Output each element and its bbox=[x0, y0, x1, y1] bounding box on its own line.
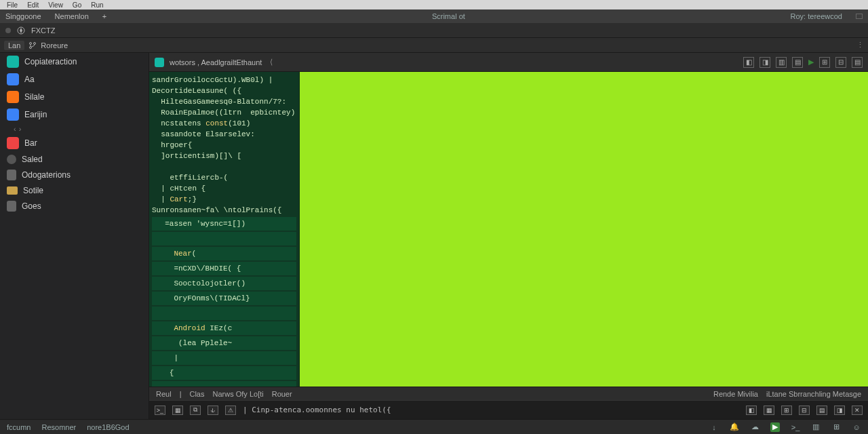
os-menu-file[interactable]: File bbox=[7, 1, 18, 9]
ports-icon[interactable]: ⫝ bbox=[208, 406, 218, 415]
cloud-icon[interactable]: ☁ bbox=[750, 422, 760, 432]
sidebar-item-label: Earijin bbox=[24, 110, 47, 119]
app-title-center: Scrimal ot bbox=[120, 12, 776, 20]
svg-point-3 bbox=[30, 46, 32, 48]
status-item[interactable]: Rouer bbox=[272, 390, 292, 398]
panel-icon[interactable]: ⊟ bbox=[799, 406, 810, 415]
sidebar-item[interactable]: Sotile bbox=[0, 183, 149, 198]
footer-item[interactable]: fccumn bbox=[7, 423, 31, 431]
database-icon bbox=[7, 201, 16, 212]
status-item: iLtane Sbrranchling Metasge bbox=[766, 390, 861, 398]
chevron-right-icon: › bbox=[19, 125, 22, 133]
sidebar-item-label: Copiateraction bbox=[24, 57, 77, 66]
chevron-left-icon: ‹ bbox=[14, 125, 16, 133]
editor-split: sandrGrooiloccGctU).WB0l) |DecortideLeas… bbox=[149, 72, 868, 387]
problems-icon[interactable]: ⚠ bbox=[225, 406, 236, 415]
panel-icon[interactable]: ◨ bbox=[834, 406, 845, 415]
debug-icon[interactable]: ⧉ bbox=[190, 406, 201, 415]
module-icon bbox=[7, 73, 19, 85]
os-menu-edit[interactable]: Edit bbox=[27, 1, 39, 9]
project-name: FXCTZ bbox=[31, 26, 55, 35]
os-menu-go[interactable]: Go bbox=[73, 1, 81, 9]
person-icon[interactable]: ☺ bbox=[852, 422, 861, 432]
dot-icon bbox=[7, 155, 16, 164]
panel-icon[interactable]: ▦ bbox=[764, 406, 774, 415]
module-icon bbox=[7, 108, 19, 121]
database-icon bbox=[7, 170, 16, 180]
main-content: Copiateraction Aa Silale Earijin ‹ › Bar… bbox=[0, 53, 868, 419]
os-menu-view[interactable]: View bbox=[48, 1, 63, 9]
more-icon[interactable]: ⋮ bbox=[856, 41, 864, 50]
file-icon bbox=[155, 58, 164, 67]
project-label: Roreure bbox=[41, 41, 68, 50]
app-menu-item[interactable]: Nemenlon bbox=[55, 12, 89, 20]
sidebar: Copiateraction Aa Silale Earijin ‹ › Bar… bbox=[0, 53, 149, 419]
svg-point-1 bbox=[30, 42, 32, 44]
editor-tabbar: wotsors , AeadlgrailtEthaunt ⟨ ◧ ◨ ▥ ▤ ▶… bbox=[149, 53, 868, 72]
sidebar-item-label: Aa bbox=[24, 75, 35, 84]
project-tab[interactable]: Lan bbox=[4, 41, 24, 50]
footer-item[interactable]: Resomner bbox=[41, 423, 76, 431]
window-maximize-icon[interactable] bbox=[856, 14, 863, 19]
editor-statusbar: Reul | Clas Narws Ofy Lo[ti Rouer Rende … bbox=[149, 387, 868, 400]
branch-icon[interactable] bbox=[28, 41, 37, 50]
editor-area: wotsors , AeadlgrailtEthaunt ⟨ ◧ ◨ ▥ ▤ ▶… bbox=[149, 53, 868, 419]
svg-point-2 bbox=[34, 42, 36, 44]
sidebar-item-label: Saled bbox=[22, 155, 43, 164]
panel-right-icon[interactable]: ◨ bbox=[760, 57, 770, 68]
sidebar-item[interactable]: Saled bbox=[0, 152, 149, 167]
compass-icon[interactable] bbox=[16, 26, 26, 35]
terminal-icon[interactable]: >_ bbox=[791, 422, 800, 432]
panel-icon[interactable]: ◧ bbox=[746, 406, 757, 415]
status-item[interactable]: Narws Ofy Lo[ti bbox=[213, 390, 264, 398]
sidebar-item[interactable]: Odogaterions bbox=[0, 167, 149, 183]
module-icon bbox=[7, 91, 19, 103]
layout-icon[interactable]: ▥ bbox=[811, 422, 821, 432]
grid-icon[interactable]: ⊞ bbox=[831, 422, 841, 432]
status-item: Rende Mivilia bbox=[713, 390, 758, 398]
sidebar-item-label: Sotile bbox=[23, 186, 43, 195]
close-icon[interactable]: ⟨ bbox=[270, 58, 273, 66]
sidebar-item-label: Bar bbox=[24, 138, 37, 148]
module-icon bbox=[7, 137, 19, 149]
status-divider: | bbox=[180, 390, 182, 398]
terminal-icon[interactable]: >_ bbox=[155, 406, 165, 415]
sidebar-item[interactable]: Earijin bbox=[0, 106, 149, 123]
status-item[interactable]: Clas bbox=[189, 390, 204, 398]
bell-icon[interactable]: 🔔 bbox=[730, 422, 739, 432]
expand-indicator[interactable]: ‹ › bbox=[0, 123, 149, 134]
sidebar-item[interactable]: Copiateraction bbox=[0, 53, 149, 71]
app-menubar: Singgoone Nemenlon + Scrimal ot Roy: ter… bbox=[0, 9, 868, 23]
terminal-panel: >_ ▦ ⧉ ⫝ ⚠ | Cinp-atenca.oomonnes nu het… bbox=[149, 400, 868, 419]
sidebar-item[interactable]: Aa bbox=[0, 71, 149, 88]
panel-icon[interactable]: ▤ bbox=[816, 406, 827, 415]
split-vertical-icon[interactable]: ▥ bbox=[776, 57, 787, 68]
sidebar-item-label: Silale bbox=[24, 92, 44, 102]
sidebar-item[interactable]: Goes bbox=[0, 198, 149, 214]
footer-item[interactable]: nore1B6God bbox=[87, 423, 129, 431]
app-menu-add[interactable]: + bbox=[102, 12, 106, 20]
status-item[interactable]: Reul bbox=[156, 390, 172, 398]
panel-left-icon[interactable]: ◧ bbox=[743, 57, 754, 68]
footer-statusbar: fccumn Resomner nore1B6God ↓ 🔔 ☁ ▶ >_ ▥ … bbox=[0, 419, 868, 434]
close-icon[interactable]: ✕ bbox=[852, 406, 863, 415]
output-icon[interactable]: ▦ bbox=[172, 406, 183, 415]
os-menubar: File Edit View Go Run bbox=[0, 0, 868, 9]
preview-pane[interactable] bbox=[300, 72, 868, 387]
sidebar-item[interactable]: Bar bbox=[0, 134, 149, 152]
sync-icon[interactable]: ↓ bbox=[709, 422, 719, 432]
panel-icon[interactable]: ⊞ bbox=[781, 406, 792, 415]
sidebar-item[interactable]: Silale bbox=[0, 88, 149, 106]
run-icon[interactable]: ▶ bbox=[770, 422, 780, 432]
sidebar-item-label: Odogaterions bbox=[22, 170, 71, 180]
run-icon[interactable]: ▶ bbox=[808, 58, 814, 66]
terminal-prompt[interactable]: | Cinp-atenca.oomonnes nu hetol({ bbox=[243, 406, 391, 414]
layout-icon[interactable]: ⊞ bbox=[819, 57, 830, 68]
split-horizontal-icon[interactable]: ▤ bbox=[792, 57, 803, 68]
os-menu-run[interactable]: Run bbox=[91, 1, 103, 9]
app-menu-item[interactable]: Singgoone bbox=[5, 12, 41, 20]
code-editor[interactable]: sandrGrooiloccGctU).WB0l) |DecortideLeas… bbox=[149, 72, 300, 387]
layout-alt-icon[interactable]: ⊟ bbox=[835, 57, 846, 68]
tab-label[interactable]: wotsors , AeadlgrailtEthaunt bbox=[170, 58, 262, 66]
more-icon[interactable]: ▤ bbox=[852, 57, 863, 68]
